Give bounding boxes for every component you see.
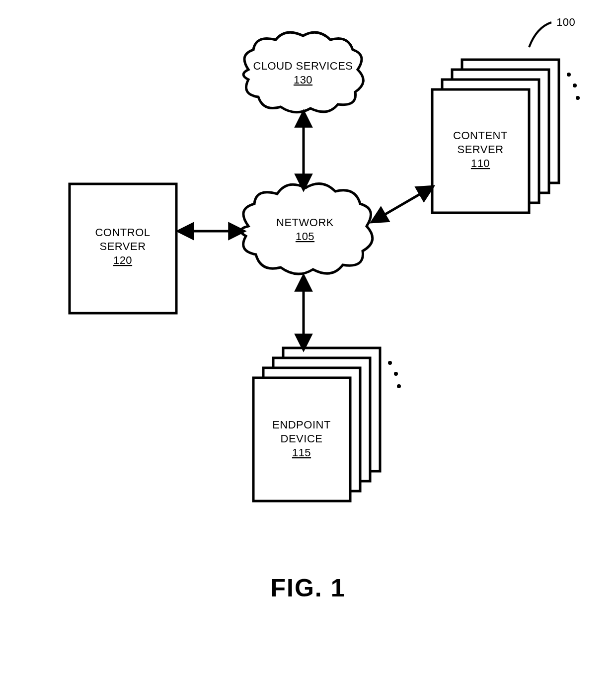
svg-point-13 [394,372,398,376]
content-server-label-2: SERVER [457,143,503,156]
cloud-services-node: CLOUD SERVICES 130 [243,32,363,112]
control-server-num: 120 [113,254,132,266]
endpoint-device-node: ENDPOINT DEVICE 115 [253,348,401,501]
endpoint-device-label-1: ENDPOINT [272,419,331,431]
network-node: NETWORK 105 [241,183,373,274]
svg-point-5 [567,73,571,77]
figure-ref: 100 [529,16,575,47]
content-server-label-1: CONTENT [453,129,508,142]
content-server-node: CONTENT SERVER 110 [432,60,580,213]
figure-caption: FIG. 1 [271,574,346,602]
network-label: NETWORK [276,216,334,229]
svg-point-6 [573,84,577,87]
network-diagram: 100 CLOUD SERVICES 130 NETWORK 105 CONTR… [0,0,616,676]
endpoint-device-label-2: DEVICE [281,432,323,445]
content-server-num: 110 [471,157,490,169]
svg-point-12 [388,361,392,365]
cloud-services-label: CLOUD SERVICES [253,60,353,72]
control-server-label-1: CONTROL [95,226,150,239]
control-server-label-2: SERVER [99,240,146,253]
control-server-node: CONTROL SERVER 120 [70,184,176,313]
endpoint-device-num: 115 [292,446,311,459]
link-network-content [378,190,427,219]
cloud-services-num: 130 [294,74,312,86]
network-num: 105 [296,230,314,243]
figure-ref-text: 100 [556,16,575,28]
svg-point-7 [576,96,580,100]
svg-point-14 [397,384,401,388]
